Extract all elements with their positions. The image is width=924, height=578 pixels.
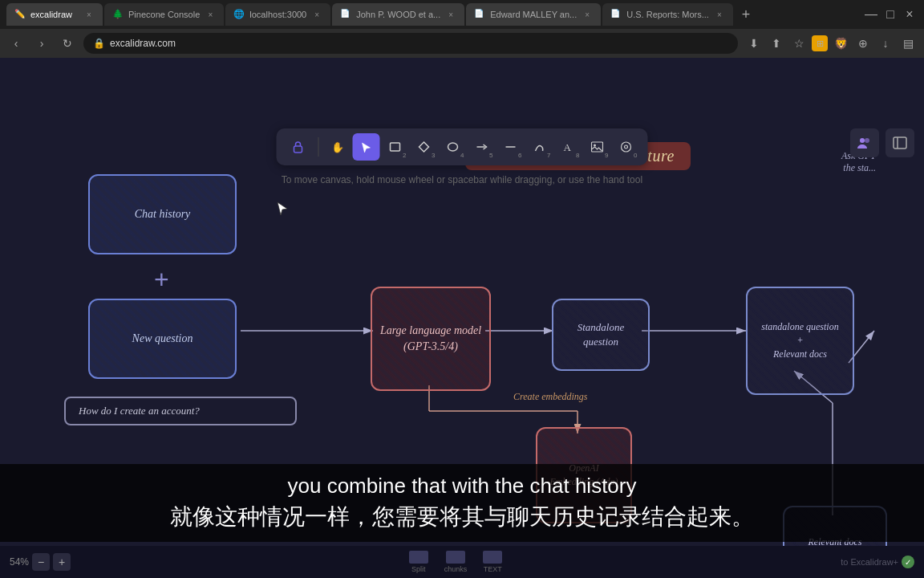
nav-bar: ‹ › ↻ 🔒 excalidraw.com ⬇ ⬆ ☆ ⊞ 🦁 ⊕ ↓ ▤ [0, 29, 924, 58]
close-button[interactable]: × [902, 6, 918, 22]
canvas-area[interactable]: To move canvas, hold mouse wheel or spac… [0, 58, 924, 578]
tool-diamond[interactable]: 3 [411, 133, 438, 161]
extension-icon-2[interactable]: 🦁 [831, 34, 850, 53]
tab-favicon-usreports: 📄 [610, 9, 622, 20]
svg-text:A: A [564, 141, 572, 153]
forward-button[interactable]: › [32, 34, 51, 53]
plus-sign: + [154, 265, 169, 295]
svg-text:✋: ✋ [331, 140, 344, 153]
text-label: TEXT [484, 565, 502, 573]
tab-close-excalidraw[interactable]: × [83, 9, 95, 20]
collaborate-icon[interactable] [850, 128, 879, 157]
tool-eraser-num: 0 [634, 152, 637, 159]
extension-icon-1[interactable]: ⊞ [812, 35, 828, 51]
tab-close-localhost[interactable]: × [311, 9, 322, 20]
zoom-plus-button[interactable]: + [53, 553, 71, 571]
download-icon[interactable]: ⬇ [744, 34, 764, 53]
tool-hand[interactable]: ✋ [324, 133, 351, 161]
standalone-q-label: Standalone question [578, 320, 625, 349]
sidebar-icon[interactable]: ▤ [898, 34, 918, 53]
svg-rect-13 [894, 137, 906, 149]
tab-favicon-localhost: 🌐 [233, 9, 245, 20]
new-tab-button[interactable]: + [735, 3, 757, 26]
refresh-button[interactable]: ↻ [58, 34, 77, 53]
toolbar-divider-1 [318, 137, 319, 157]
zoom-level: 54% [10, 556, 29, 568]
tab-label-usreports: U.S. Reports: Mors... [626, 10, 709, 19]
tab-bar: ✏️ excalidraw × 🌲 Pinecone Console × 🌐 l… [0, 0, 924, 29]
question-text: How do I create an account? [79, 405, 200, 417]
sidebar-toggle-icon[interactable] [886, 128, 914, 157]
tab-favicon-john: 📄 [340, 9, 351, 20]
watermark-check-icon: ✓ [902, 556, 914, 568]
tab-label-john: John P. WOOD et a... [356, 10, 440, 19]
svg-point-10 [625, 145, 628, 149]
address-bar[interactable]: 🔒 excalidraw.com [83, 33, 738, 54]
svg-rect-0 [294, 146, 302, 153]
standalone-q-docs-label: standalone question + Relevant docs [761, 320, 838, 360]
tab-close-pinecone[interactable]: × [205, 9, 216, 20]
chat-history-label: Chat history [135, 206, 191, 222]
tab-label-pinecone: Pinecone Console [128, 10, 200, 19]
maximize-button[interactable]: □ [882, 6, 898, 22]
top-right-icons [850, 128, 914, 157]
chunks-icon [446, 551, 465, 564]
zoom-control: 54% − + [10, 553, 71, 571]
share-icon[interactable]: ⬆ [767, 34, 786, 53]
chunks-label: chunks [444, 565, 468, 573]
tool-select[interactable] [353, 133, 380, 161]
tool-text[interactable]: A 8 [555, 133, 582, 161]
tab-excalidraw[interactable]: ✏️ excalidraw × [6, 3, 103, 26]
tab-favicon-excalidraw: ✏️ [14, 9, 26, 20]
tab-usreports[interactable]: 📄 U.S. Reports: Mors... × [602, 3, 733, 26]
bookmark-icon[interactable]: ☆ [789, 34, 808, 53]
subtitle-chinese: 就像这种情况一样，您需要将其与聊天历史记录结合起来。 [16, 502, 908, 532]
nav-icons: ⬇ ⬆ ☆ ⊞ 🦁 ⊕ ↓ ▤ [744, 34, 918, 53]
tab-label-localhost: localhost:3000 [249, 10, 306, 19]
embeddings-label: Create embeddings [513, 391, 588, 403]
extensions-icon[interactable]: ⊕ [853, 34, 873, 53]
tab-close-usreports[interactable]: × [714, 9, 725, 20]
tab-favicon-pinecone: 🌲 [112, 9, 124, 20]
tab-localhost[interactable]: 🌐 localhost:3000 × [225, 3, 330, 26]
llm-box: Large language model (GPT-3.5/4) [371, 287, 491, 391]
tool-ellipse[interactable]: 4 [440, 133, 467, 161]
watermark: to Excalidraw+ ✓ [841, 556, 914, 568]
tool-eraser[interactable]: 0 [613, 133, 640, 161]
svg-point-12 [865, 138, 869, 143]
tab-favicon-edward: 📄 [474, 9, 485, 20]
tool-ellipse-num: 4 [460, 152, 464, 159]
tool-text-num: 8 [576, 152, 579, 159]
tool-lock[interactable] [285, 133, 312, 161]
tool-image[interactable]: 9 [584, 133, 611, 161]
question-box: How do I create an account? [64, 397, 297, 425]
back-button[interactable]: ‹ [6, 34, 26, 53]
new-question-box: New question [88, 299, 237, 379]
tab-pinecone[interactable]: 🌲 Pinecone Console × [104, 3, 224, 26]
subtitle-english: you combine that with the chat history [16, 474, 908, 499]
bottom-split-item: Split [409, 551, 428, 573]
split-icon [409, 551, 428, 564]
standalone-q-docs-box: standalone question + Relevant docs [746, 287, 854, 395]
tab-close-john[interactable]: × [445, 9, 456, 20]
tool-arrow[interactable]: 5 [468, 133, 496, 161]
browser-chrome: ✏️ excalidraw × 🌲 Pinecone Console × 🌐 l… [0, 0, 924, 58]
split-label: Split [411, 565, 426, 573]
download-manager-icon[interactable]: ↓ [876, 34, 895, 53]
bottom-chunks-item: chunks [444, 551, 468, 573]
svg-point-9 [622, 142, 631, 152]
tab-edward[interactable]: 📄 Edward MALLEY an... × [466, 3, 601, 26]
watermark-text: to Excalidraw+ [841, 557, 898, 567]
tool-line[interactable]: 6 [497, 133, 525, 161]
toolbar: ✋ 2 3 4 5 6 7 A 8 [277, 128, 648, 165]
tool-line-num: 6 [518, 152, 521, 159]
tool-rect[interactable]: 2 [382, 133, 409, 161]
tool-draw[interactable]: 7 [526, 133, 553, 161]
standalone-q-box: Standalone question [552, 299, 650, 371]
svg-rect-2 [391, 143, 400, 151]
tool-arrow-num: 5 [489, 152, 492, 159]
tab-john[interactable]: 📄 John P. WOOD et a... × [332, 3, 464, 26]
tab-close-edward[interactable]: × [582, 9, 593, 20]
zoom-minus-button[interactable]: − [32, 553, 50, 571]
minimize-button[interactable]: — [863, 6, 879, 22]
